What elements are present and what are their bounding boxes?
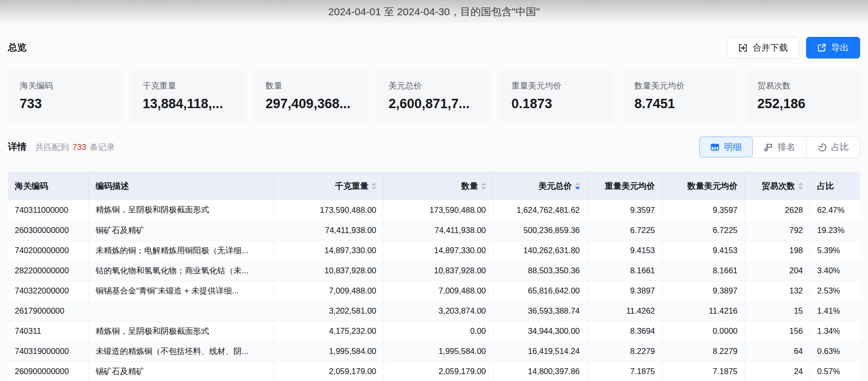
stat-card-label: 海关编码 [20,80,111,91]
column-header-content: 贸易次数 [752,180,803,192]
export-button[interactable]: 导出 [806,37,860,59]
table-cell: 0.0000 [662,321,745,341]
column-header[interactable]: 千克重量 [273,172,383,200]
table-cell: 282200000000 [8,261,88,281]
stat-card-value: 0.1873 [512,96,603,112]
date-filter-banner: 2024-04-01 至 2024-04-30，目的国包含"中国" [0,0,868,23]
table-cell: 精炼铜，呈阴极和阴极截面形式 [88,200,273,220]
table-cell: 740322000000 [8,281,88,301]
table-cell: 2628 [745,200,810,220]
table-cell: 8.3694 [587,321,662,341]
stat-card-label: 数量美元均价 [635,80,725,91]
sort-asc-icon [481,182,486,185]
sort-icon [798,182,803,190]
table-cell: 1,624,762,481.62 [493,200,587,220]
table-cell: 156 [745,321,810,341]
column-header[interactable]: 美元总价 [493,172,587,200]
stat-card-value: 13,884,118,... [143,96,233,112]
column-header: 占比 [810,172,860,200]
merge-download-button[interactable]: 合并下载 [727,37,799,59]
export-label: 导出 [831,42,849,54]
column-header-content: 占比 [817,180,854,192]
view-tabs: 明细排名占比 [699,136,860,158]
table-cell: 132 [745,281,810,301]
table-cell: 4,175,232.00 [273,321,383,341]
table-row: 260900000000锡矿石及精矿2,059,179.002,059,179.… [8,361,860,381]
column-header-label: 数量美元均价 [688,180,738,192]
table-row: 260300000000铜矿石及精矿74,411,938.0074,411,93… [8,220,860,240]
column-header-content: 海关编码 [15,180,82,192]
table-cell: 740311 [8,321,88,341]
table-cell: 7,009,488.00 [273,281,383,301]
column-header: 编码描述 [88,172,273,200]
table-cell: 8.1661 [587,261,662,281]
column-header[interactable]: 数量 [383,172,493,200]
stat-card: 贸易次数252,186 [746,70,860,123]
table-cell: 11.4262 [587,301,662,321]
stat-card-label: 重量美元均价 [512,80,603,91]
table-cell: 173,590,488.00 [273,200,383,220]
table-cell: 8.2279 [662,341,745,361]
table-cell: 65,816,642.00 [493,281,587,301]
column-header-label: 重量美元均价 [605,180,655,192]
table-cell: 3.40% [810,261,860,281]
table-cell: 15 [745,301,810,321]
tab-detail[interactable]: 明细 [699,137,752,157]
table-cell: 24 [745,361,810,381]
table-cell: 9.4153 [587,240,662,261]
table-cell: 74,411,938.00 [383,220,493,240]
table-cell: 64 [745,341,810,361]
table-cell: 11.4216 [662,301,745,321]
table-cell: 钴的氧化物和氢氧化物；商业氧化钴（未... [88,261,273,281]
table-row: 740200000000未精炼的铜；电解精炼用铜阳极（无详细...14,897,… [8,240,860,261]
ranking-icon [764,143,773,152]
match-prefix: 共匹配到 [35,143,69,152]
stat-card-label: 美元总价 [388,80,479,91]
tab-label: 明细 [724,141,742,153]
column-header-content: 数量 [391,180,486,192]
tab-ranking[interactable]: 排名 [752,137,806,157]
table-cell: 740319000000 [8,341,88,361]
table-cell: 8.1661 [662,261,745,281]
column-header-label: 海关编码 [15,180,48,192]
tab-label: 占比 [831,141,849,153]
tab-label: 排名 [778,141,795,153]
table-cell: 260900000000 [8,361,88,381]
table-cell: 260300000000 [8,220,88,240]
details-title: 详情 [8,141,27,153]
stat-card: 海关编码733 [8,70,122,123]
column-header-label: 千克重量 [335,180,369,192]
stat-card-value: 8.7451 [635,96,725,112]
match-info: 共匹配到733条记录 [35,142,115,153]
tab-proportion[interactable]: 占比 [806,137,860,157]
sort-icon [372,182,376,190]
sort-desc-icon [481,187,486,190]
table-cell: 1.34% [810,321,860,341]
column-header-content: 重量美元均价 [594,180,655,192]
table-cell: 5.39% [810,240,860,261]
table-cell: 0.57% [810,361,860,381]
merge-download-label: 合并下载 [752,42,788,54]
table-cell: 8.2279 [587,341,662,361]
table-cell: 7.1875 [587,361,662,381]
column-header-content: 编码描述 [96,180,266,192]
table-cell: 740200000000 [8,240,88,261]
table-cell: 19.23% [810,220,860,240]
table-header-row: 海关编码编码描述千克重量数量美元总价重量美元均价数量美元均价贸易次数占比 [8,172,860,200]
merge-icon [738,43,748,53]
table-cell: 198 [745,240,810,261]
stat-card-value: 2,600,871,7... [388,96,479,112]
table-cell: 14,897,330.00 [273,240,383,261]
column-header-content: 千克重量 [281,180,376,192]
column-header[interactable]: 贸易次数 [745,172,810,200]
table-cell: 16,419,514.24 [493,341,587,361]
export-icon [817,43,826,52]
table-cell [88,301,273,321]
stat-card-label: 贸易次数 [757,80,848,91]
sort-desc-icon [372,187,376,190]
table-cell: 9.3597 [662,200,745,220]
stat-card-value: 297,409,368... [265,96,356,112]
table-cell: 14,800,397.86 [493,361,587,381]
table-cell: 740311000000 [8,200,88,220]
overview-title: 总览 [8,41,27,54]
